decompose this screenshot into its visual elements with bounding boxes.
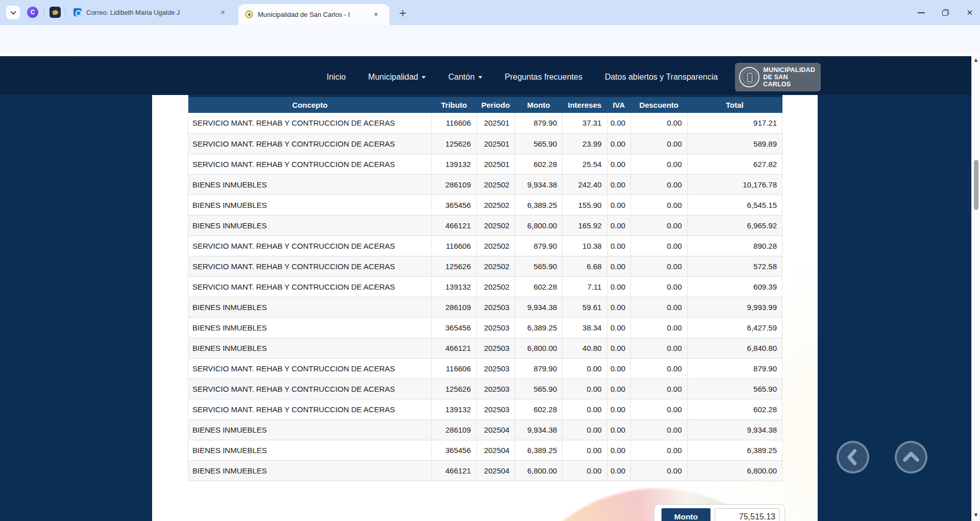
- cell-tributo: 139132: [432, 276, 476, 297]
- cell-tributo: 466121: [432, 338, 476, 358]
- scroll-down-arrow-icon[interactable]: ▼: [972, 511, 980, 518]
- cell-tributo: 365456: [432, 195, 476, 215]
- cell-iva: 0.00: [607, 399, 631, 419]
- nav-item-datos-abiertos-y-transparencia[interactable]: Datos abiertos y Transparencia: [605, 73, 718, 82]
- cell-descuento: 0.00: [631, 276, 688, 297]
- cell-iva: 0.00: [607, 378, 631, 399]
- cell-monto: 9,934.38: [515, 297, 562, 317]
- cell-tributo: 286109: [432, 297, 476, 317]
- cell-periodo: 202501: [476, 154, 515, 174]
- new-tab-button[interactable]: +: [396, 6, 410, 20]
- cell-descuento: 0.00: [631, 419, 688, 440]
- table-row: SERVICIO MANT. REHAB Y CONTRUCCION DE AC…: [188, 378, 782, 399]
- table-body: SERVICIO MANT. REHAB Y CONTRUCCION DE AC…: [188, 113, 782, 481]
- cell-intereses: 40.80: [562, 338, 607, 358]
- nav-item-municipalidad[interactable]: Municipalidad: [368, 73, 426, 82]
- cell-total: 9,934.38: [687, 419, 782, 440]
- cell-total: 6,545.15: [687, 195, 782, 215]
- nav-item-inicio[interactable]: Inicio: [327, 73, 346, 82]
- municipal-seal-icon: [739, 67, 760, 87]
- cell-concepto: BIENES INMUEBLES: [188, 440, 432, 460]
- previous-page-button[interactable]: [837, 441, 869, 473]
- charges-table: ConceptoTributoPeriodoMontoInteresesIVAD…: [188, 95, 782, 481]
- scroll-up-arrow-icon[interactable]: ▲: [972, 56, 980, 63]
- nav-item-preguntas-frecuentes[interactable]: Preguntas frecuentes: [505, 73, 582, 82]
- chevron-up-icon: [897, 443, 925, 471]
- cell-iva: 0.00: [607, 113, 631, 133]
- cell-periodo: 202502: [476, 215, 515, 235]
- cell-total: 917.21: [687, 113, 782, 133]
- cell-monto: 879.90: [515, 358, 562, 378]
- column-header-concepto: Concepto: [188, 96, 432, 113]
- logo-line1: MUNICIPALIDAD: [763, 66, 815, 74]
- site-navbar: InicioMunicipalidadCantónPreguntas frecu…: [0, 56, 980, 95]
- cell-concepto: SERVICIO MANT. REHAB Y CONTRUCCION DE AC…: [188, 256, 432, 276]
- table-row: SERVICIO MANT. REHAB Y CONTRUCCION DE AC…: [188, 256, 782, 276]
- table-row: SERVICIO MANT. REHAB Y CONTRUCCION DE AC…: [188, 358, 782, 378]
- cell-iva: 0.00: [607, 235, 631, 256]
- cell-periodo: 202503: [476, 317, 515, 338]
- tab-municipalidad[interactable]: Municipalidad de San Carlos - I ✕: [238, 4, 389, 25]
- tab-search-button[interactable]: [6, 6, 20, 19]
- tab-title: Correo: Lidibeth Maria Ugalde J: [86, 0, 215, 25]
- cell-tributo: 116606: [432, 113, 476, 133]
- cell-total: 572.58: [687, 256, 782, 276]
- cell-tributo: 286109: [432, 419, 476, 440]
- cell-concepto: BIENES INMUEBLES: [188, 460, 432, 481]
- window-close-button[interactable]: ✕: [966, 8, 973, 17]
- cell-monto: 565.90: [515, 378, 562, 399]
- cell-periodo: 202504: [476, 440, 515, 460]
- cell-concepto: SERVICIO MANT. REHAB Y CONTRUCCION DE AC…: [188, 235, 432, 256]
- cell-tributo: 365456: [432, 317, 476, 338]
- table-row: BIENES INMUEBLES3654562025046,389.250.00…: [188, 440, 782, 460]
- window-controls: ✕: [918, 0, 973, 25]
- chevron-down-icon: [10, 9, 16, 14]
- site-logo[interactable]: MUNICIPALIDAD DE SAN CARLOS: [735, 63, 821, 91]
- cell-tributo: 365456: [432, 440, 476, 460]
- scroll-to-top-button[interactable]: [895, 441, 927, 473]
- summary-box: Monto 75,515.13: [654, 504, 785, 521]
- cell-total: 9,993.99: [687, 297, 782, 317]
- cell-tributo: 139132: [432, 399, 476, 419]
- cell-intereses: 0.00: [562, 399, 607, 419]
- scrollbar-thumb[interactable]: [974, 160, 978, 210]
- close-icon[interactable]: ✕: [372, 10, 380, 19]
- pinned-tab-c-logo-icon[interactable]: C: [27, 7, 38, 18]
- nav-item-cant-n[interactable]: Cantón: [448, 73, 482, 82]
- cell-intereses: 242.40: [562, 174, 607, 195]
- column-header-descuento: Descuento: [631, 96, 688, 113]
- cell-periodo: 202503: [476, 338, 515, 358]
- minimize-button[interactable]: [918, 12, 925, 13]
- cell-monto: 6,800.00: [515, 338, 562, 358]
- cell-monto: 6,389.25: [515, 317, 562, 338]
- cell-concepto: BIENES INMUEBLES: [188, 317, 432, 338]
- cell-periodo: 202502: [476, 195, 515, 215]
- pinned-tab-costa-rica-map-icon[interactable]: [50, 7, 61, 18]
- cell-descuento: 0.00: [631, 440, 688, 460]
- tab-correo[interactable]: Correo: Lidibeth Maria Ugalde J ✕: [67, 0, 236, 25]
- cell-concepto: SERVICIO MANT. REHAB Y CONTRUCCION DE AC…: [188, 378, 432, 399]
- summary-label: Monto: [662, 508, 710, 521]
- cell-intereses: 37.31: [562, 113, 607, 133]
- cell-descuento: 0.00: [631, 174, 688, 195]
- cell-periodo: 202502: [476, 174, 515, 195]
- table-row: BIENES INMUEBLES4661212025026,800.00165.…: [188, 215, 782, 235]
- close-icon[interactable]: ✕: [218, 8, 227, 17]
- cell-descuento: 0.00: [631, 215, 688, 235]
- cell-tributo: 125626: [432, 378, 476, 399]
- table-row: BIENES INMUEBLES3654562025036,389.2538.3…: [188, 317, 782, 338]
- table-row: BIENES INMUEBLES3654562025026,389.25155.…: [188, 195, 782, 215]
- cell-tributo: 116606: [432, 235, 476, 256]
- cell-periodo: 202501: [476, 113, 515, 133]
- cell-intereses: 0.00: [562, 358, 607, 378]
- restore-button[interactable]: [942, 9, 949, 16]
- cell-iva: 0.00: [607, 154, 631, 174]
- column-header-total: Total: [687, 96, 782, 113]
- cell-intereses: 10.38: [562, 235, 607, 256]
- scrollbar[interactable]: ▲ ▼: [971, 54, 980, 521]
- chevron-down-icon: [478, 76, 482, 79]
- cell-iva: 0.00: [607, 419, 631, 440]
- cell-periodo: 202504: [476, 460, 515, 481]
- cell-descuento: 0.00: [631, 297, 688, 317]
- cell-total: 627.82: [687, 154, 782, 174]
